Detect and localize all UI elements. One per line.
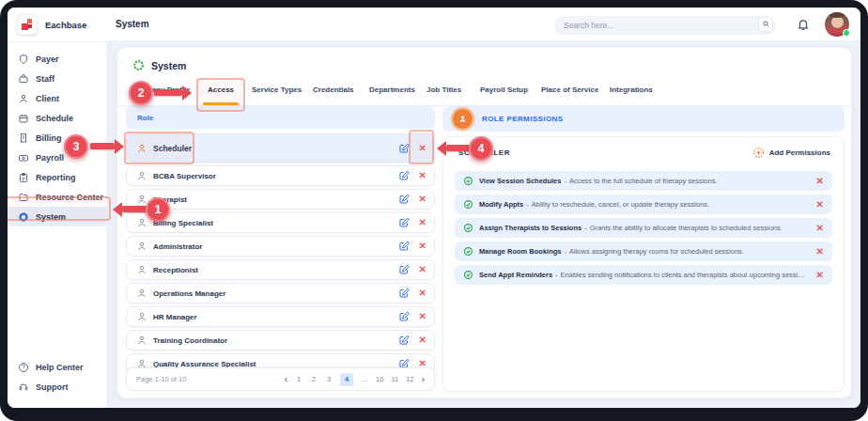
role-row[interactable]: Receptionist ✕: [126, 259, 435, 280]
page-number[interactable]: 1: [295, 375, 302, 383]
remove-permission-icon[interactable]: ✕: [809, 200, 824, 210]
role-row-scheduler[interactable]: Scheduler ✕: [126, 133, 435, 163]
tab-place-of-service[interactable]: Place of Service: [541, 86, 598, 105]
sidebar-item-staff[interactable]: Staff: [8, 69, 106, 88]
sidebar-item-reporting[interactable]: Reporting: [8, 167, 106, 187]
permission-name: Modify Appts: [479, 200, 523, 209]
sidebar-item-billing[interactable]: Billing: [8, 128, 106, 148]
delete-icon[interactable]: ✕: [419, 195, 426, 204]
delete-icon[interactable]: ✕: [419, 144, 426, 153]
edit-icon[interactable]: [398, 143, 410, 154]
edit-icon[interactable]: [398, 335, 410, 346]
remove-permission-icon[interactable]: ✕: [809, 271, 824, 280]
delete-icon[interactable]: ✕: [419, 288, 426, 298]
sidebar-item-label: Client: [36, 94, 59, 103]
delete-icon[interactable]: ✕: [419, 171, 426, 180]
calendar-icon: [18, 113, 29, 124]
sidebar: Eachbase Payer Staff Client: [8, 8, 107, 408]
roles-header-label: Role: [137, 114, 153, 122]
tab-access[interactable]: Access: [208, 86, 234, 105]
permissions-list: View Session Schedules - Access to the f…: [455, 171, 832, 285]
permission-name: Send Appt Reminders: [479, 271, 552, 279]
delete-icon[interactable]: ✕: [419, 335, 426, 345]
topbar: System: [106, 8, 860, 41]
sidebar-item-schedule[interactable]: Schedule: [8, 108, 106, 128]
active-tab-underline: [203, 102, 239, 105]
role-label: BCBA Supervisor: [153, 172, 216, 180]
page-number[interactable]: 10: [376, 375, 383, 383]
role-label: Therapist: [153, 195, 187, 204]
online-status-dot: [843, 29, 850, 37]
role-row[interactable]: Administrator ✕: [126, 236, 435, 257]
bell-icon[interactable]: [797, 18, 810, 31]
tab-service-types[interactable]: Service Types: [252, 86, 302, 105]
page-number[interactable]: 12: [406, 375, 413, 383]
role-label: Operations Manager: [153, 289, 225, 298]
search-icon: [762, 20, 770, 28]
check-circle-icon: [463, 223, 473, 233]
permissions-header-label: ROLE PERMISSIONS: [482, 115, 563, 123]
sidebar-item-payroll[interactable]: Payroll: [8, 148, 106, 167]
search-input[interactable]: [554, 16, 776, 35]
role-row[interactable]: Operations Manager ✕: [126, 283, 435, 304]
edit-icon[interactable]: [398, 194, 410, 205]
page-number[interactable]: 2: [310, 375, 318, 383]
edit-icon[interactable]: [398, 288, 410, 299]
edit-icon[interactable]: [398, 264, 410, 275]
page-number[interactable]: 11: [391, 375, 398, 383]
user-avatar[interactable]: [825, 12, 849, 37]
delete-icon[interactable]: ✕: [419, 312, 426, 321]
sidebar-item-support[interactable]: Support: [8, 377, 106, 397]
role-row[interactable]: Therapist ✕: [126, 189, 435, 210]
tab-payroll-setup[interactable]: Payroll Setup: [480, 86, 528, 105]
tab-credentials[interactable]: Credentials: [313, 86, 354, 105]
sidebar-item-label: Billing: [36, 133, 62, 143]
permission-description: Access to the full schedule of therapy s…: [569, 177, 718, 185]
permissions-panel: ROLE PERMISSIONS SCHEDULER Add Permissio…: [442, 106, 845, 392]
next-page-icon[interactable]: ›: [422, 375, 425, 384]
role-row[interactable]: Training Coordinator ✕: [126, 330, 435, 351]
remove-permission-icon[interactable]: ✕: [809, 247, 824, 257]
delete-icon[interactable]: ✕: [419, 218, 426, 227]
role-row[interactable]: BCBA Supervisor ✕: [126, 165, 435, 186]
edit-icon[interactable]: [398, 311, 410, 322]
prev-page-icon[interactable]: ‹: [285, 375, 287, 384]
shield-icon: [18, 54, 29, 65]
sidebar-item-help-center[interactable]: Help Center: [8, 357, 106, 377]
add-permissions-button[interactable]: Add Permissions: [752, 147, 830, 159]
user-role-icon: [136, 194, 147, 205]
permission-name: View Session Schedules: [479, 177, 561, 185]
sidebar-item-label: System: [36, 212, 66, 222]
role-row[interactable]: HR Manager ✕: [126, 306, 435, 327]
sidebar-item-system[interactable]: System: [8, 207, 106, 226]
edit-icon[interactable]: [398, 170, 410, 181]
permission-row: Send Appt Reminders - Enables sending no…: [455, 265, 832, 285]
page-number-active[interactable]: 4: [340, 373, 353, 386]
brand-logo-icon: [17, 14, 38, 35]
banknote-icon: [18, 152, 29, 164]
sidebar-item-resource-center[interactable]: Resource Center: [8, 187, 106, 207]
sidebar-item-label: Payer: [36, 55, 59, 64]
permission-row: Assign Therapists to Sessions - Grants t…: [455, 218, 832, 238]
add-permissions-label: Add Permissions: [769, 148, 830, 157]
brand-name: Eachbase: [45, 20, 86, 30]
role-row[interactable]: Billing Specialist ✕: [126, 212, 435, 233]
remove-permission-icon[interactable]: ✕: [809, 224, 824, 233]
role-label: Administrator: [153, 242, 202, 251]
search-button[interactable]: [758, 17, 773, 32]
tab-job-titles[interactable]: Job Titles: [426, 86, 461, 105]
edit-icon[interactable]: [398, 217, 410, 228]
permission-description: Grants the ability to allocate therapist…: [590, 224, 783, 232]
tab-integrations[interactable]: Integrations: [610, 86, 653, 105]
tab-departments[interactable]: Departments: [369, 86, 415, 105]
role-label: Billing Specialist: [153, 219, 213, 227]
tab-company-profile[interactable]: Company Profile: [131, 86, 191, 105]
role-label: Receptionist: [153, 266, 198, 274]
edit-icon[interactable]: [398, 241, 410, 252]
delete-icon[interactable]: ✕: [419, 242, 426, 251]
delete-icon[interactable]: ✕: [419, 265, 426, 274]
page-number[interactable]: 3: [325, 375, 333, 383]
sidebar-item-client[interactable]: Client: [8, 88, 106, 108]
remove-permission-icon[interactable]: ✕: [809, 177, 824, 186]
sidebar-item-payer[interactable]: Payer: [8, 49, 106, 69]
